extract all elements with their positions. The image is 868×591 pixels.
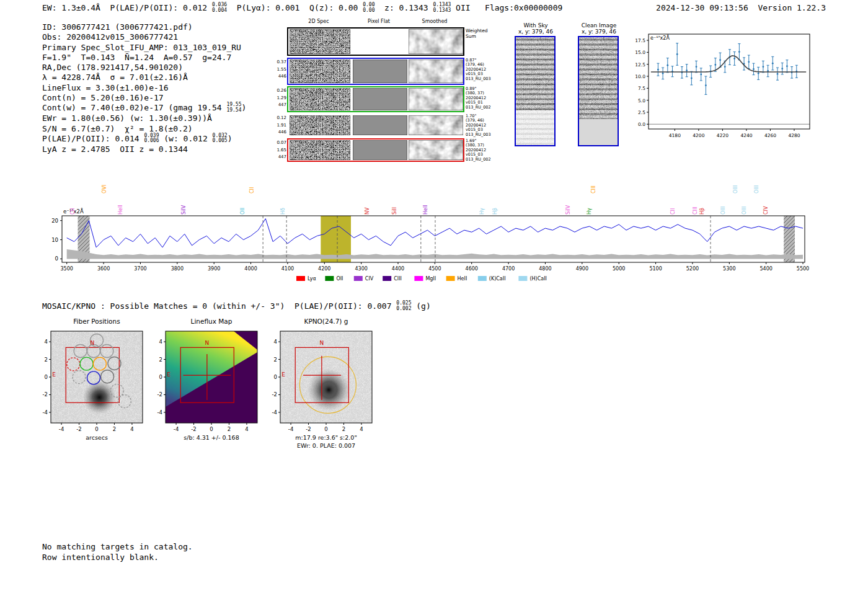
x-tick-label: 4260 (764, 133, 776, 138)
data-point (724, 66, 726, 68)
x-tick-label: 5100 (649, 266, 662, 272)
x-tick-label: 2 (113, 426, 116, 432)
info-line: Primary Spec_Slot_IFU_AMP: 013_103_019_R… (42, 43, 246, 53)
clean-image-title: Clean Image (570, 22, 627, 29)
emission-line-label: Hγ (479, 208, 485, 215)
info-block: ID: 3006777421 (3006777421.pdf)Obs: 2020… (42, 22, 246, 154)
fiber-2d-row (287, 86, 464, 112)
x-tick-label: 4200 (693, 133, 704, 138)
cutouts-2d: 2D SpecPixel FlatSmoothedWeighted Sum0.3… (277, 19, 512, 164)
info-line: LineFlux = 3.30(±1.00)e-16 (42, 83, 246, 93)
x-tick-label: 4240 (740, 133, 752, 138)
x-tick-label: 5000 (613, 266, 625, 272)
fiber-row-info: 0.87"(379, 46)20200412v015_03013_RU_003 (466, 58, 509, 81)
emission-line-label: OIII (754, 185, 760, 193)
x-tick-label: 5400 (760, 266, 772, 272)
fiber-2d-row (287, 58, 464, 85)
y-tick-label: 4 (274, 339, 277, 345)
cutout-panel-wrap (409, 140, 463, 162)
clean-image-noise (579, 37, 618, 145)
y-tick-label: -2 (272, 391, 277, 398)
data-point (666, 64, 668, 66)
x-tick-label: 0 (210, 426, 213, 432)
lineflux-map-plot: NE-4-4-2-2002244 (151, 329, 268, 433)
x-tick-label: 4180 (669, 133, 681, 138)
gaussian-fit-line (651, 56, 806, 72)
cutout-col-header: Smoothed (407, 19, 463, 24)
legend-label: OII (336, 276, 343, 282)
cutout-panel-wrap (290, 140, 350, 162)
data-point (686, 69, 688, 71)
header-datetime: 2024-12-30 09:13:56 Version 1.22.3 (656, 3, 826, 12)
legend-label: MgII (425, 276, 436, 282)
lineflux-caption: s/b: 4.31 +/- 0.168 (159, 434, 264, 441)
x-tick-label: 4280 (788, 133, 800, 138)
hi-lo-stack: 0.0250.002 (396, 301, 411, 311)
x-tick-label: 5300 (723, 266, 735, 272)
cutout-panel-grain (290, 140, 350, 160)
legend-swatch (518, 276, 527, 281)
info-line: Cont(n) = 5.20(±0.16)e-17 (42, 93, 246, 103)
cutout-panel-white (353, 29, 407, 54)
y-tick-label: 0 (45, 374, 48, 380)
x-tick-label: 4800 (539, 266, 551, 272)
x-tick-label: 3800 (171, 266, 184, 272)
emission-line-label: NV (365, 207, 370, 215)
y-tick-label: 0 (159, 374, 162, 380)
fiber-2d-row (287, 138, 464, 162)
data-point (662, 73, 664, 74)
x-tick-label: 0 (324, 426, 327, 432)
hi-lo-stack: 0.0320.005 (213, 133, 228, 144)
y-tick-label: 10 (51, 237, 58, 243)
emission-line-label: Hγ (587, 208, 592, 215)
data-point (696, 66, 698, 68)
east-label: E (52, 371, 56, 378)
x-tick-label: 4100 (281, 266, 294, 272)
y-tick-label: -4 (272, 409, 277, 415)
fiber-row-weights: 0.121.91446 (273, 115, 286, 136)
y-tick-label: 4 (45, 339, 48, 345)
lineflux-map-title: Lineflux Map (159, 318, 264, 325)
x-tick-label: 4700 (502, 266, 515, 272)
kpno-plot: NE-4-4-2-2002244 (265, 329, 383, 433)
fiber-xlabel: arcsecs (45, 434, 149, 441)
footer-line-2: Row intentionally blank. (42, 553, 159, 562)
y-tick-label: 2.5 (638, 110, 645, 115)
fiber-positions-plot: NE-4-4-2-2002244 (36, 329, 154, 433)
spectrum-line (67, 219, 803, 247)
flux-units-label: e⁻¹⁷x2Å (650, 34, 670, 41)
data-point (753, 68, 755, 70)
emission-line-label: CIII (693, 207, 698, 215)
y-tick-label: 15.0 (635, 50, 645, 55)
x-tick-label: 4 (130, 426, 133, 432)
with-sky-image (515, 36, 556, 146)
cutout-panel-wrap (290, 29, 350, 56)
weighted-sum-label: Weighted Sum (466, 29, 493, 39)
legend-label: Lyα (308, 276, 316, 282)
cutout-panel-wrap (353, 115, 407, 138)
cutout-col-header: Pixel Flat (351, 19, 407, 24)
info-line: ID: 3006777421 (3006777421.pdf) (42, 22, 246, 32)
clean-image (578, 36, 619, 146)
cutout-panel-wrap (290, 88, 350, 113)
x-tick-label: -4 (288, 426, 293, 432)
emission-line-label: OVI (102, 185, 107, 193)
data-point (676, 53, 678, 55)
x-tick-label: 4500 (428, 266, 441, 272)
cutout-panel-grain (290, 115, 350, 135)
fiber-row-weights: 0.371.55446 (273, 59, 286, 81)
full-spectrum-chart: 0102035003600370038003900400041004200430… (48, 162, 820, 296)
y-tick-label: 5.0 (638, 98, 645, 104)
x-tick-label: 2 (228, 426, 231, 432)
y-tick-label: 17.5 (635, 38, 645, 43)
x-tick-label: 4900 (576, 266, 588, 272)
x-tick-label: 4600 (466, 266, 478, 272)
galaxy-blob (82, 381, 116, 414)
data-point (738, 51, 740, 53)
cutout-panel-blob (409, 140, 463, 160)
east-label: E (167, 371, 170, 378)
with-sky-noise (516, 37, 554, 145)
x-tick-label: 2 (342, 426, 345, 432)
legend-swatch (354, 276, 363, 281)
emission-line-label: CII (670, 208, 676, 215)
